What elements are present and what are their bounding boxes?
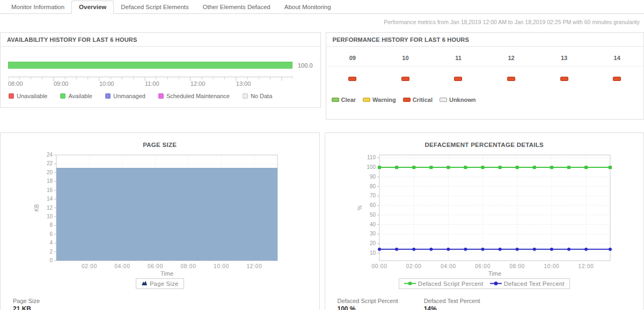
legend-item-unmanaged[interactable]: Unmanaged xyxy=(105,93,145,99)
svg-text:90: 90 xyxy=(369,174,376,180)
marker-defaced-text-percent[interactable] xyxy=(532,248,536,251)
svg-text:Time: Time xyxy=(160,270,173,277)
svg-text:20: 20 xyxy=(47,169,53,175)
marker-defaced-script-percent[interactable] xyxy=(429,166,433,169)
legend-item-label: Unmanaged xyxy=(113,93,145,99)
marker-defaced-script-percent[interactable] xyxy=(550,166,553,169)
status-critical-icon[interactable] xyxy=(560,77,568,81)
status-critical-icon[interactable] xyxy=(507,77,515,81)
legend-item-unavailable[interactable]: Unavailable xyxy=(9,93,47,99)
stat-page-size-value: 21 KB xyxy=(13,305,40,310)
marker-defaced-text-percent[interactable] xyxy=(498,248,501,251)
svg-text:30: 30 xyxy=(369,231,376,237)
legend-entry-label: Page Size xyxy=(150,281,179,287)
performance-hour-11: 11 xyxy=(432,55,485,61)
marker-defaced-text-percent[interactable] xyxy=(609,248,612,251)
legend-item-no-data[interactable]: No Data xyxy=(243,93,272,99)
marker-defaced-script-percent[interactable] xyxy=(567,166,570,169)
unavailable-swatch-icon xyxy=(9,93,14,99)
legend-item-scheduled-maintenance[interactable]: Scheduled Maintenance xyxy=(158,93,230,99)
legend-item-available[interactable]: Available xyxy=(60,93,92,99)
marker-defaced-text-percent[interactable] xyxy=(395,248,398,251)
svg-text:40: 40 xyxy=(369,222,376,227)
availability-panel-title: AVAILABILITY HISTORY FOR LAST 6 HOURS xyxy=(1,33,320,47)
clear-swatch-icon xyxy=(332,98,339,102)
stat-defaced-script-label: Defaced Script Percent xyxy=(338,298,398,304)
marker-defaced-script-percent[interactable] xyxy=(395,166,398,169)
svg-text:%: % xyxy=(357,205,363,210)
marker-defaced-text-percent[interactable] xyxy=(412,248,415,251)
page-size-stats: Page Size 21 KB xyxy=(1,298,319,310)
svg-text:Time: Time xyxy=(488,270,501,277)
series-page-size[interactable] xyxy=(56,168,277,261)
legend-entry-page-size[interactable]: Page Size xyxy=(141,281,179,287)
legend-item-label: Scheduled Maintenance xyxy=(166,93,230,99)
legend-entry-defaced-text-percent[interactable]: Defaced Text Percent xyxy=(490,281,565,287)
legend-entry-defaced-script-percent[interactable]: Defaced Script Percent xyxy=(404,281,484,287)
svg-text:4: 4 xyxy=(49,240,53,246)
marker-defaced-script-percent[interactable] xyxy=(609,166,612,169)
svg-text:24: 24 xyxy=(47,152,53,158)
legend-item-clear[interactable]: Clear xyxy=(332,97,356,103)
marker-defaced-script-percent[interactable] xyxy=(498,166,501,169)
marker-defaced-text-percent[interactable] xyxy=(447,248,450,251)
performance-status-row xyxy=(326,73,643,83)
marker-defaced-script-percent[interactable] xyxy=(515,166,518,169)
marker-defaced-script-percent[interactable] xyxy=(481,166,484,169)
stat-defaced-script-percent: Defaced Script Percent 100 % xyxy=(338,298,398,310)
marker-defaced-text-percent[interactable] xyxy=(550,248,553,251)
tab-about-monitoring[interactable]: About Monitoring xyxy=(277,1,338,13)
stat-defaced-text-percent: Defaced Text Percent 14% xyxy=(424,298,480,310)
marker-defaced-text-percent[interactable] xyxy=(464,248,467,251)
page-size-chart-title: PAGE SIZE xyxy=(1,142,319,149)
availability-history-panel: AVAILABILITY HISTORY FOR LAST 6 HOURS 10… xyxy=(0,32,321,108)
defacement-percentage-panel: DEFACEMENT PERCENTAGE DETAILS 1020304050… xyxy=(325,132,644,310)
svg-text:02:00: 02:00 xyxy=(82,263,97,269)
marker-defaced-text-percent[interactable] xyxy=(567,248,570,251)
unknown-swatch-icon xyxy=(440,98,447,102)
marker-defaced-text-percent[interactable] xyxy=(378,248,381,251)
performance-hours-row: 091011121314 xyxy=(326,55,643,67)
svg-text:60: 60 xyxy=(369,202,376,208)
legend-item-label: Unknown xyxy=(449,97,476,103)
svg-text:18: 18 xyxy=(47,178,53,184)
marker-defaced-script-percent[interactable] xyxy=(378,166,381,169)
svg-text:12: 12 xyxy=(47,205,53,211)
svg-text:04:00: 04:00 xyxy=(114,263,130,269)
marker-defaced-script-percent[interactable] xyxy=(464,166,467,169)
page-size-chart-svg: 02468101214161820222402:0004:0006:0008:0… xyxy=(1,151,319,278)
status-critical-icon[interactable] xyxy=(401,77,409,81)
marker-defaced-script-percent[interactable] xyxy=(412,166,415,169)
svg-text:20: 20 xyxy=(369,240,376,246)
legend-item-unknown[interactable]: Unknown xyxy=(440,97,476,103)
stat-defaced-text-label: Defaced Text Percent xyxy=(424,298,480,304)
status-critical-icon[interactable] xyxy=(613,77,621,81)
status-critical-icon[interactable] xyxy=(454,77,462,81)
marker-defaced-script-percent[interactable] xyxy=(532,166,536,169)
marker-defaced-text-percent[interactable] xyxy=(584,248,588,251)
svg-text:12:00: 12:00 xyxy=(246,263,262,269)
marker-defaced-text-percent[interactable] xyxy=(481,248,484,251)
tab-monitor-information[interactable]: Monitor Information xyxy=(4,1,71,13)
tab-defaced-script-elements[interactable]: Defaced Script Elements xyxy=(114,1,196,13)
stat-defaced-text-value: 14% xyxy=(424,305,480,310)
status-critical-icon[interactable] xyxy=(348,77,356,81)
tab-overview[interactable]: Overview xyxy=(71,1,114,14)
legend-item-critical[interactable]: Critical xyxy=(403,97,433,103)
svg-text:8: 8 xyxy=(49,222,53,228)
availability-status-bar[interactable] xyxy=(8,62,292,69)
performance-status-cell-12 xyxy=(485,73,538,83)
tab-other-elements-defaced[interactable]: Other Elements Defaced xyxy=(196,1,277,13)
legend-item-warning[interactable]: Warning xyxy=(363,97,396,103)
availability-legend: UnavailableAvailableUnmanagedScheduled M… xyxy=(8,93,313,99)
performance-history-panel: PERFORMANCE HISTORY FOR LAST 6 HOURS 091… xyxy=(326,32,644,120)
svg-text:04:00: 04:00 xyxy=(440,263,456,269)
marker-defaced-text-percent[interactable] xyxy=(515,248,518,251)
marker-defaced-script-percent[interactable] xyxy=(447,166,450,169)
svg-text:10:00: 10:00 xyxy=(544,263,559,269)
top-panels-row: AVAILABILITY HISTORY FOR LAST 6 HOURS 10… xyxy=(0,32,644,120)
marker-defaced-text-percent[interactable] xyxy=(429,248,433,251)
defacement-monitor-page: Monitor Information Overview Defaced Scr… xyxy=(0,0,644,310)
defacement-percentage-chart-legend-box: Defaced Script PercentDefaced Text Perce… xyxy=(399,278,570,289)
marker-defaced-script-percent[interactable] xyxy=(584,166,588,169)
